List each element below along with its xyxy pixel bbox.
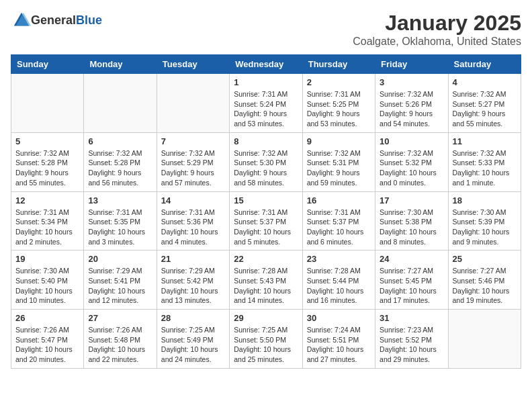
logo-general-text: General xyxy=(31,13,76,27)
location-subtitle: Coalgate, Oklahoma, United States xyxy=(353,36,521,48)
day-number: 27 xyxy=(88,313,152,323)
logo: GeneralBlue xyxy=(11,11,102,30)
calendar-cell: 3Sunrise: 7:32 AM Sunset: 5:26 PM Daylig… xyxy=(375,74,448,133)
calendar-cell: 27Sunrise: 7:26 AM Sunset: 5:48 PM Dayli… xyxy=(84,310,157,369)
calendar-cell: 9Sunrise: 7:32 AM Sunset: 5:31 PM Daylig… xyxy=(302,132,375,191)
day-number: 17 xyxy=(380,195,443,205)
day-number: 23 xyxy=(307,254,371,264)
weekday-header-tuesday: Tuesday xyxy=(157,55,229,74)
day-info: Sunrise: 7:32 AM Sunset: 5:31 PM Dayligh… xyxy=(307,148,371,188)
calendar-table: SundayMondayTuesdayWednesdayThursdayFrid… xyxy=(11,54,521,369)
day-info: Sunrise: 7:31 AM Sunset: 5:25 PM Dayligh… xyxy=(307,89,371,129)
day-info: Sunrise: 7:26 AM Sunset: 5:47 PM Dayligh… xyxy=(15,325,79,365)
calendar-week-row: 19Sunrise: 7:30 AM Sunset: 5:40 PM Dayli… xyxy=(11,250,521,310)
day-info: Sunrise: 7:32 AM Sunset: 5:30 PM Dayligh… xyxy=(234,148,298,188)
weekday-header-friday: Friday xyxy=(375,55,448,74)
calendar-cell xyxy=(448,310,521,369)
day-number: 22 xyxy=(234,254,298,264)
day-number: 7 xyxy=(161,136,225,146)
day-info: Sunrise: 7:25 AM Sunset: 5:50 PM Dayligh… xyxy=(234,325,298,365)
day-number: 12 xyxy=(15,195,79,205)
day-number: 16 xyxy=(307,195,371,205)
day-number: 11 xyxy=(453,136,517,146)
day-number: 15 xyxy=(234,195,298,205)
logo-icon xyxy=(12,11,31,30)
month-year-title: January 2025 xyxy=(353,11,521,36)
day-info: Sunrise: 7:31 AM Sunset: 5:36 PM Dayligh… xyxy=(161,208,225,247)
day-number: 26 xyxy=(15,313,79,323)
day-number: 20 xyxy=(88,254,152,264)
day-info: Sunrise: 7:31 AM Sunset: 5:35 PM Dayligh… xyxy=(88,208,152,247)
day-number: 25 xyxy=(453,254,517,264)
calendar-cell xyxy=(84,74,157,133)
calendar-cell: 11Sunrise: 7:32 AM Sunset: 5:33 PM Dayli… xyxy=(448,132,521,191)
day-info: Sunrise: 7:30 AM Sunset: 5:40 PM Dayligh… xyxy=(15,266,79,306)
day-number: 4 xyxy=(453,77,517,87)
day-number: 31 xyxy=(380,313,443,323)
day-number: 13 xyxy=(88,195,152,205)
calendar-cell: 1Sunrise: 7:31 AM Sunset: 5:24 PM Daylig… xyxy=(230,74,302,133)
calendar-cell: 31Sunrise: 7:23 AM Sunset: 5:52 PM Dayli… xyxy=(375,310,448,369)
day-info: Sunrise: 7:29 AM Sunset: 5:42 PM Dayligh… xyxy=(161,266,225,306)
calendar-cell: 30Sunrise: 7:24 AM Sunset: 5:51 PM Dayli… xyxy=(302,310,375,369)
day-number: 28 xyxy=(161,313,225,323)
day-number: 5 xyxy=(15,136,79,146)
calendar-cell: 5Sunrise: 7:32 AM Sunset: 5:28 PM Daylig… xyxy=(11,132,84,191)
calendar-week-row: 1Sunrise: 7:31 AM Sunset: 5:24 PM Daylig… xyxy=(11,74,521,133)
day-info: Sunrise: 7:31 AM Sunset: 5:37 PM Dayligh… xyxy=(307,208,371,247)
day-info: Sunrise: 7:26 AM Sunset: 5:48 PM Dayligh… xyxy=(88,325,152,365)
day-number: 21 xyxy=(161,254,225,264)
day-info: Sunrise: 7:32 AM Sunset: 5:28 PM Dayligh… xyxy=(88,148,152,188)
calendar-cell: 13Sunrise: 7:31 AM Sunset: 5:35 PM Dayli… xyxy=(84,191,157,250)
calendar-week-row: 5Sunrise: 7:32 AM Sunset: 5:28 PM Daylig… xyxy=(11,132,521,191)
calendar-cell: 25Sunrise: 7:27 AM Sunset: 5:46 PM Dayli… xyxy=(448,250,521,310)
calendar-cell: 10Sunrise: 7:32 AM Sunset: 5:32 PM Dayli… xyxy=(375,132,448,191)
day-number: 18 xyxy=(453,195,517,205)
day-info: Sunrise: 7:32 AM Sunset: 5:33 PM Dayligh… xyxy=(453,148,517,188)
title-block: January 2025 Coalgate, Oklahoma, United … xyxy=(353,11,521,48)
calendar-cell: 15Sunrise: 7:31 AM Sunset: 5:37 PM Dayli… xyxy=(230,191,302,250)
calendar-cell: 19Sunrise: 7:30 AM Sunset: 5:40 PM Dayli… xyxy=(11,250,84,310)
weekday-header-wednesday: Wednesday xyxy=(230,55,302,74)
calendar-cell: 8Sunrise: 7:32 AM Sunset: 5:30 PM Daylig… xyxy=(230,132,302,191)
page-header: GeneralBlue January 2025 Coalgate, Oklah… xyxy=(11,11,521,48)
weekday-header-sunday: Sunday xyxy=(11,55,84,74)
calendar-cell: 24Sunrise: 7:27 AM Sunset: 5:45 PM Dayli… xyxy=(375,250,448,310)
day-info: Sunrise: 7:28 AM Sunset: 5:43 PM Dayligh… xyxy=(234,266,298,306)
calendar-week-row: 12Sunrise: 7:31 AM Sunset: 5:34 PM Dayli… xyxy=(11,191,521,250)
weekday-header-row: SundayMondayTuesdayWednesdayThursdayFrid… xyxy=(11,55,521,74)
day-info: Sunrise: 7:32 AM Sunset: 5:29 PM Dayligh… xyxy=(161,148,225,188)
day-info: Sunrise: 7:30 AM Sunset: 5:38 PM Dayligh… xyxy=(380,208,443,247)
day-number: 2 xyxy=(307,77,371,87)
calendar-cell: 20Sunrise: 7:29 AM Sunset: 5:41 PM Dayli… xyxy=(84,250,157,310)
day-info: Sunrise: 7:25 AM Sunset: 5:49 PM Dayligh… xyxy=(161,325,225,365)
calendar-cell: 2Sunrise: 7:31 AM Sunset: 5:25 PM Daylig… xyxy=(302,74,375,133)
day-number: 9 xyxy=(307,136,371,146)
day-info: Sunrise: 7:24 AM Sunset: 5:51 PM Dayligh… xyxy=(307,325,371,365)
calendar-cell: 12Sunrise: 7:31 AM Sunset: 5:34 PM Dayli… xyxy=(11,191,84,250)
weekday-header-saturday: Saturday xyxy=(448,55,521,74)
weekday-header-thursday: Thursday xyxy=(302,55,375,74)
calendar-cell: 7Sunrise: 7:32 AM Sunset: 5:29 PM Daylig… xyxy=(157,132,229,191)
day-info: Sunrise: 7:31 AM Sunset: 5:34 PM Dayligh… xyxy=(15,208,79,247)
day-info: Sunrise: 7:32 AM Sunset: 5:27 PM Dayligh… xyxy=(453,89,517,129)
calendar-cell: 14Sunrise: 7:31 AM Sunset: 5:36 PM Dayli… xyxy=(157,191,229,250)
calendar-cell: 17Sunrise: 7:30 AM Sunset: 5:38 PM Dayli… xyxy=(375,191,448,250)
day-number: 19 xyxy=(15,254,79,264)
calendar-cell: 21Sunrise: 7:29 AM Sunset: 5:42 PM Dayli… xyxy=(157,250,229,310)
day-number: 10 xyxy=(380,136,443,146)
day-number: 29 xyxy=(234,313,298,323)
day-number: 30 xyxy=(307,313,371,323)
day-info: Sunrise: 7:31 AM Sunset: 5:24 PM Dayligh… xyxy=(234,89,298,129)
calendar-cell: 29Sunrise: 7:25 AM Sunset: 5:50 PM Dayli… xyxy=(230,310,302,369)
calendar-cell: 4Sunrise: 7:32 AM Sunset: 5:27 PM Daylig… xyxy=(448,74,521,133)
day-info: Sunrise: 7:27 AM Sunset: 5:46 PM Dayligh… xyxy=(453,266,517,306)
day-info: Sunrise: 7:27 AM Sunset: 5:45 PM Dayligh… xyxy=(380,266,443,306)
day-info: Sunrise: 7:31 AM Sunset: 5:37 PM Dayligh… xyxy=(234,208,298,247)
calendar-cell xyxy=(11,74,84,133)
calendar-cell: 26Sunrise: 7:26 AM Sunset: 5:47 PM Dayli… xyxy=(11,310,84,369)
day-number: 1 xyxy=(234,77,298,87)
day-number: 14 xyxy=(161,195,225,205)
calendar-cell: 18Sunrise: 7:30 AM Sunset: 5:39 PM Dayli… xyxy=(448,191,521,250)
weekday-header-monday: Monday xyxy=(84,55,157,74)
